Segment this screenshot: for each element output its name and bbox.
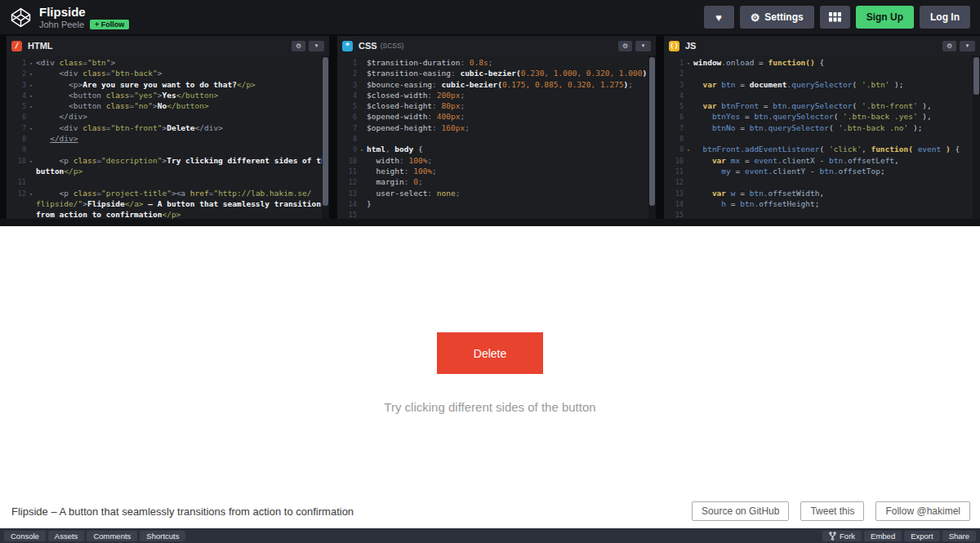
code-line[interactable]: 7$opened-height: 160px;: [337, 122, 656, 133]
shortcuts-button[interactable]: Shortcuts: [140, 531, 185, 541]
console-button[interactable]: Console: [4, 531, 46, 541]
code-line[interactable]: 6 </div>: [7, 111, 329, 122]
follow-button[interactable]: + Follow: [90, 20, 129, 29]
code-line[interactable]: 11 my = event.clientY - btn.offsetTop;: [664, 166, 980, 176]
code-line[interactable]: 4: [664, 90, 980, 100]
settings-button[interactable]: ⚙ Settings: [740, 6, 814, 29]
code-line[interactable]: 15: [337, 209, 656, 219]
code-line[interactable]: 2▾ <div class="btn-back">: [7, 68, 329, 78]
chevron-down-icon: ▾: [966, 42, 969, 49]
css-editor-panel: * CSS (SCSS) ⚙ ▾ 1$transition-duration: …: [337, 36, 656, 219]
code-line[interactable]: 7▾ <div class="btn-front">Delete</div>: [7, 122, 329, 133]
embed-button[interactable]: Embed: [864, 531, 902, 541]
editors-row: / HTML ⚙ ▾ 1▾<div class="btn">2▾ <div cl…: [0, 34, 980, 219]
code-line[interactable]: 9▾html, body {: [337, 144, 656, 154]
code-line[interactable]: 10 var mx = event.clientX - btn.offsetLe…: [664, 155, 980, 166]
css-scrollbar[interactable]: [648, 56, 656, 219]
html-code-area[interactable]: 1▾<div class="btn">2▾ <div class="btn-ba…: [7, 56, 329, 219]
code-line[interactable]: 10▾ <p class="description">Try clicking …: [7, 155, 329, 166]
comments-button[interactable]: Comments: [87, 531, 137, 541]
code-line[interactable]: 13 var w = btn.offsetWidth,: [664, 188, 980, 198]
gear-icon: ⚙: [751, 11, 760, 24]
code-line[interactable]: 9: [7, 144, 329, 154]
code-line[interactable]: 4$closed-width: 200px;: [337, 90, 656, 100]
fork-label: Fork: [840, 532, 855, 541]
css-lang-icon: *: [342, 41, 353, 51]
log-in-button[interactable]: Log In: [920, 6, 970, 29]
bottom-bar: Console Assets Comments Shortcuts Fork E…: [0, 528, 980, 543]
change-view-button[interactable]: [820, 6, 850, 29]
source-on-github-button[interactable]: Source on GitHub: [692, 501, 789, 521]
code-line[interactable]: 5▾ <button class="no">No</button>: [7, 100, 329, 111]
love-button[interactable]: ♥: [704, 6, 734, 29]
css-settings-button[interactable]: ⚙: [618, 41, 632, 51]
code-line[interactable]: 14 h = btn.offsetHeight;: [664, 198, 980, 209]
settings-label: Settings: [764, 11, 803, 23]
html-panel-header: / HTML ⚙ ▾: [7, 36, 329, 56]
preview-hint-text: Try clicking different sides of the butt…: [0, 400, 980, 414]
code-line[interactable]: 12 margin: 0;: [337, 176, 656, 187]
css-code-area[interactable]: 1$transition-duration: 0.8s;2$transition…: [337, 56, 656, 219]
code-line[interactable]: 12: [664, 176, 980, 187]
code-line[interactable]: 15: [664, 209, 980, 219]
css-collapse-button[interactable]: ▾: [635, 41, 651, 51]
css-panel-label: CSS: [359, 41, 377, 51]
gear-icon: ⚙: [947, 42, 952, 50]
code-line[interactable]: 8: [337, 133, 656, 144]
code-line[interactable]: 3$bounce-easing: cubic-bezier(0.175, 0.8…: [337, 79, 656, 90]
editor-preview-resizer[interactable]: [0, 219, 980, 226]
code-line[interactable]: 14}: [337, 198, 656, 209]
chevron-down-icon: ▾: [642, 42, 645, 49]
code-line[interactable]: 9▾ btnFront.addEventListener( 'click', f…: [664, 144, 980, 154]
js-panel-label: JS: [685, 41, 696, 51]
fork-icon: [829, 532, 836, 541]
sign-up-button[interactable]: Sign Up: [856, 6, 914, 29]
assets-button[interactable]: Assets: [48, 531, 85, 541]
fork-button[interactable]: Fork: [822, 531, 862, 541]
code-line[interactable]: flipside/">Flipside</a> – A button that …: [7, 198, 329, 209]
code-line[interactable]: 6 btnYes = btn.querySelector( '.btn-back…: [664, 111, 980, 122]
code-line[interactable]: 11: [7, 176, 329, 187]
share-button[interactable]: Share: [942, 531, 976, 541]
html-panel-label: HTML: [28, 41, 53, 51]
code-line[interactable]: 2: [664, 68, 980, 78]
code-line[interactable]: 1▾window.onload = function() {: [664, 57, 980, 68]
code-line[interactable]: 11 height: 100%;: [337, 166, 656, 176]
css-panel-header: * CSS (SCSS) ⚙ ▾: [337, 36, 656, 56]
tweet-this-button[interactable]: Tweet this: [800, 501, 864, 521]
code-line[interactable]: 6$opened-width: 400px;: [337, 111, 656, 122]
delete-button[interactable]: Delete: [437, 332, 543, 374]
js-settings-button[interactable]: ⚙: [942, 41, 956, 51]
code-line[interactable]: 5 var btnFront = btn.querySelector( '.bt…: [664, 100, 980, 111]
css-panel-suffix: (SCSS): [381, 42, 404, 50]
js-scrollbar[interactable]: [973, 56, 980, 219]
code-line[interactable]: 4▾ <button class="yes">Yes</button>: [7, 90, 329, 100]
code-line[interactable]: 13 user-select: none;: [337, 188, 656, 198]
code-line[interactable]: from action to confirmation</p>: [7, 209, 329, 219]
gear-icon: ⚙: [622, 42, 628, 50]
code-line[interactable]: 5$closed-height: 80px;: [337, 100, 656, 111]
js-code-area[interactable]: 1▾window.onload = function() {23 var btn…: [664, 56, 980, 219]
code-line[interactable]: 10 width: 100%;: [337, 155, 656, 166]
js-collapse-button[interactable]: ▾: [960, 41, 975, 51]
code-line[interactable]: 8 </div>: [7, 133, 329, 144]
export-button[interactable]: Export: [904, 531, 939, 541]
code-line[interactable]: 3▾ <p>Are you sure you want to do that?<…: [7, 79, 329, 90]
code-line[interactable]: 2$transition-easing: cubic-bezier(0.230,…: [337, 68, 656, 78]
code-line[interactable]: 8: [664, 133, 980, 144]
code-line[interactable]: 1$transition-duration: 0.8s;: [337, 57, 656, 68]
code-line[interactable]: button</p>: [7, 166, 329, 176]
html-settings-button[interactable]: ⚙: [292, 41, 305, 51]
preview-footer-text: Flipside – A button that seamlessly tran…: [11, 505, 354, 518]
code-line[interactable]: 7 btnNo = btn.querySelector( '.btn-back …: [664, 122, 980, 133]
code-line[interactable]: 3 var btn = document.querySelector( '.bt…: [664, 79, 980, 90]
code-line[interactable]: 1▾<div class="btn">: [7, 57, 329, 68]
html-editor-panel: / HTML ⚙ ▾ 1▾<div class="btn">2▾ <div cl…: [7, 36, 329, 219]
html-scrollbar[interactable]: [322, 56, 329, 219]
html-collapse-button[interactable]: ▾: [309, 41, 324, 51]
pen-author[interactable]: John Peele: [39, 20, 84, 29]
html-lang-icon: /: [11, 41, 22, 51]
follow-hakimel-button[interactable]: Follow @hakimel: [875, 501, 970, 521]
codepen-logo-icon[interactable]: [10, 7, 32, 29]
code-line[interactable]: 12▾ <p class="project-title"><a href="ht…: [7, 188, 329, 198]
